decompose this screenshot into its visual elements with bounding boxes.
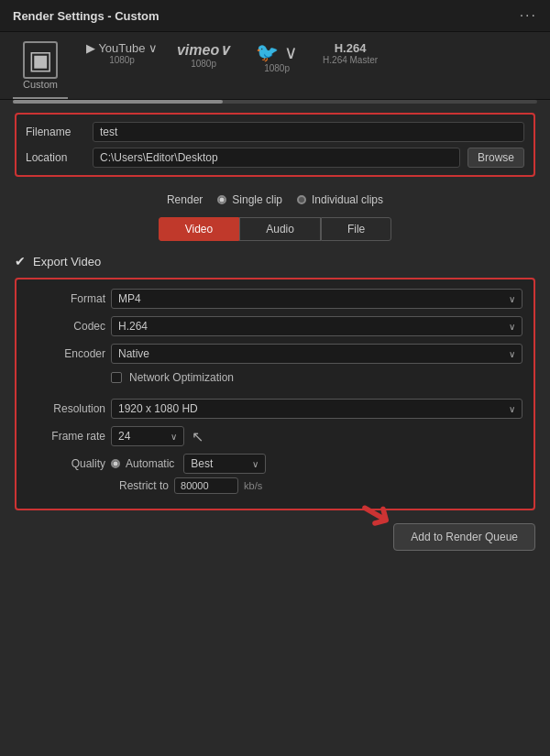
quality-best-chevron-icon: ∨ <box>252 459 258 469</box>
framerate-row: Frame rate 24 ∨ ↖ <box>28 426 522 446</box>
encoder-chevron-icon: ∨ <box>509 349 515 359</box>
individual-clips-radio[interactable] <box>297 195 306 204</box>
network-optimization-checkbox[interactable] <box>111 372 122 383</box>
quality-automatic-label: Automatic <box>126 457 174 470</box>
codec-chevron-icon: ∨ <box>509 322 515 332</box>
quality-row: Quality Automatic Best ∨ <box>28 454 522 474</box>
quality-label: Quality <box>28 457 105 470</box>
quality-best-dropdown[interactable]: Best ∨ <box>183 454 266 474</box>
arrow-section: ➜ Add to Render Queue <box>0 514 550 565</box>
resolution-dropdown[interactable]: 1920 x 1080 HD ∨ <box>111 399 522 419</box>
codec-value: H.264 <box>118 320 148 333</box>
tab-video[interactable]: Video <box>159 217 239 241</box>
export-video-check[interactable]: ✔ <box>15 254 26 268</box>
codec-row: Codec H.264 ∨ <box>28 316 522 336</box>
file-section: Filename Location Browse <box>15 113 535 177</box>
preset-custom[interactable]: ▣ Custom <box>13 41 68 99</box>
preset-youtube-sublabel: 1080p <box>109 55 135 65</box>
framerate-value: 24 <box>118 430 130 443</box>
restrict-row: Restrict to kb/s <box>28 477 522 494</box>
encoder-value: Native <box>118 347 149 360</box>
window-menu-dots[interactable]: ··· <box>520 7 537 24</box>
youtube-icon: ▶ YouTube ∨ <box>86 41 158 55</box>
filename-label: Filename <box>26 126 85 138</box>
filename-input[interactable] <box>93 122 524 142</box>
individual-clips-radio-group[interactable]: Individual clips <box>297 193 383 206</box>
window-title: Render Settings - Custom <box>13 9 160 23</box>
location-input[interactable] <box>93 148 460 168</box>
single-clip-radio[interactable] <box>217 195 226 204</box>
preset-twitter-sublabel: 1080p <box>264 63 290 73</box>
tab-audio[interactable]: Audio <box>239 217 321 241</box>
resolution-row: Resolution 1920 x 1080 HD ∨ <box>28 399 522 419</box>
format-row: Format MP4 ∨ <box>28 289 522 309</box>
framerate-label: Frame rate <box>28 430 105 443</box>
preset-h264-sublabel: H.264 Master <box>323 55 378 65</box>
restrict-label: Restrict to <box>119 479 169 492</box>
preset-youtube[interactable]: ▶ YouTube ∨ 1080p <box>86 41 158 72</box>
single-clip-label: Single clip <box>232 193 282 206</box>
preset-vimeo-sublabel: 1080p <box>191 59 216 69</box>
tab-bar: Video Audio File <box>15 217 535 241</box>
filename-row: Filename <box>26 122 524 142</box>
export-video-label: Export Video <box>33 255 101 268</box>
single-clip-radio-group[interactable]: Single clip <box>217 193 282 206</box>
vimeo-icon: vimeo∨ <box>177 41 230 59</box>
location-label: Location <box>26 151 85 164</box>
network-optimization-row: Network Optimization <box>28 371 522 384</box>
quality-radio[interactable] <box>111 459 120 468</box>
preset-h264[interactable]: H.264 H.264 Master <box>323 41 378 72</box>
render-row: Render Single clip Individual clips <box>0 186 550 210</box>
framerate-chevron-icon: ∨ <box>170 432 177 442</box>
custom-icon: ▣ <box>23 41 58 79</box>
format-dropdown[interactable]: MP4 ∨ <box>111 289 522 309</box>
format-chevron-icon: ∨ <box>509 294 515 304</box>
preset-scrollbar[interactable] <box>13 100 537 104</box>
quality-best-value: Best <box>191 457 213 470</box>
codec-label: Codec <box>28 320 105 333</box>
preset-bar: ▣ Custom ▶ YouTube ∨ 1080p vimeo∨ 1080p … <box>0 32 550 100</box>
twitter-icon: 🐦 ∨ <box>256 41 298 63</box>
resolution-chevron-icon: ∨ <box>509 404 515 414</box>
resolution-value: 1920 x 1080 HD <box>118 402 198 415</box>
preset-twitter[interactable]: 🐦 ∨ 1080p <box>249 41 304 81</box>
spacer <box>28 391 522 399</box>
tab-file[interactable]: File <box>321 217 391 241</box>
network-optimization-label: Network Optimization <box>129 371 234 384</box>
preset-scrollbar-thumb <box>13 100 223 104</box>
preset-vimeo[interactable]: vimeo∨ 1080p <box>176 41 231 76</box>
settings-section: Format MP4 ∨ Codec H.264 ∨ Encoder Nativ… <box>15 278 535 510</box>
restrict-input[interactable] <box>174 477 238 494</box>
encoder-dropdown[interactable]: Native ∨ <box>111 344 522 364</box>
codec-dropdown[interactable]: H.264 ∨ <box>111 316 522 336</box>
cursor-icon: ↖ <box>192 428 204 445</box>
h264-icon: H.264 <box>335 41 367 55</box>
encoder-label: Encoder <box>28 347 105 360</box>
resolution-label: Resolution <box>28 402 105 415</box>
individual-clips-label: Individual clips <box>312 193 383 206</box>
framerate-dropdown[interactable]: 24 ∨ <box>111 426 184 446</box>
restrict-unit: kb/s <box>244 480 262 491</box>
encoder-row: Encoder Native ∨ <box>28 344 522 364</box>
format-label: Format <box>28 292 105 305</box>
format-value: MP4 <box>118 292 141 305</box>
location-row: Location Browse <box>26 148 524 168</box>
render-label: Render <box>167 193 203 206</box>
add-to-render-queue-button[interactable]: Add to Render Queue <box>393 523 535 551</box>
browse-button[interactable]: Browse <box>468 148 524 168</box>
export-video-row: ✔ Export Video <box>0 248 550 274</box>
preset-custom-label: Custom <box>23 79 58 90</box>
title-bar: Render Settings - Custom ··· <box>0 0 550 32</box>
